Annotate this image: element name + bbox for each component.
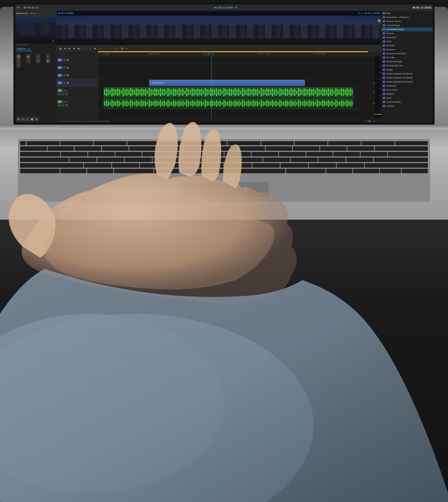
btn-lift[interactable]: ↑ xyxy=(109,46,113,50)
key-1[interactable] xyxy=(48,146,74,151)
key-r[interactable] xyxy=(143,152,169,156)
key-slash[interactable] xyxy=(337,163,364,168)
key-backspace[interactable] xyxy=(375,146,428,151)
effect-item-22[interactable]: ♪Loudness Radar xyxy=(382,100,433,104)
key-rshift[interactable] xyxy=(365,163,428,168)
key-x[interactable] xyxy=(112,163,139,168)
vp-settings-icon[interactable]: ⚙ xyxy=(362,12,364,14)
effect-item-18[interactable]: ♪GuitarSuite xyxy=(382,84,433,88)
key-ctrl[interactable] xyxy=(60,169,86,173)
key-f7[interactable] xyxy=(228,141,260,145)
v2-eye[interactable]: 👁 xyxy=(63,74,66,77)
list-btn[interactable]: ≡ xyxy=(26,117,30,121)
key-f2[interactable] xyxy=(60,141,93,145)
tab-media-browser[interactable]: Media Browser xyxy=(16,12,28,14)
key-up[interactable] xyxy=(380,169,401,171)
key-m[interactable] xyxy=(253,163,280,168)
key-u[interactable] xyxy=(224,152,251,156)
playhead-line[interactable] xyxy=(209,51,209,56)
key-ropt[interactable] xyxy=(326,169,352,173)
tool-slip[interactable]: ⇔ xyxy=(16,59,21,63)
effect-item-16[interactable]: ♪Graphic Equalizer (20 Bands) xyxy=(382,76,433,80)
tool-rate[interactable]: ⏱ xyxy=(36,54,40,58)
effect-item-3[interactable]: ♪Chorus/Flanger xyxy=(382,23,433,27)
btn-overwrite[interactable]: ↓ xyxy=(104,46,108,50)
key-2[interactable] xyxy=(75,146,101,151)
key-d[interactable] xyxy=(125,158,152,162)
key-equals[interactable] xyxy=(347,146,374,151)
effect-item-20[interactable]: ♪Highpass xyxy=(382,92,433,96)
btn-more[interactable]: >> xyxy=(125,46,128,50)
key-f6[interactable] xyxy=(194,141,227,145)
key-k[interactable] xyxy=(263,158,290,162)
a1-mic[interactable]: 🎤 xyxy=(65,93,68,96)
zoom-out-icon[interactable]: - xyxy=(364,120,364,122)
audio-clip-a1[interactable] xyxy=(104,87,353,97)
key-minus[interactable] xyxy=(320,146,347,151)
vp-fit-dropdown[interactable]: Fit xyxy=(359,12,361,14)
btn-step-back[interactable]: ◀ xyxy=(63,46,67,50)
btn-play-stop[interactable]: ▶ xyxy=(67,46,71,50)
effect-item-21[interactable]: ♪Invert xyxy=(382,96,433,100)
key-f11[interactable] xyxy=(362,141,395,145)
key-9[interactable] xyxy=(266,146,292,151)
trash-btn[interactable]: 🗑 xyxy=(34,117,39,121)
key-lbracket[interactable] xyxy=(333,152,360,156)
timecode-position[interactable]: 00:00:04:01 xyxy=(24,6,39,9)
effect-item-11[interactable]: ♪FFT Filter xyxy=(382,56,433,60)
key-down[interactable] xyxy=(380,171,401,173)
audio-clip-a2[interactable] xyxy=(104,99,353,108)
v4-eye[interactable]: 👁 xyxy=(63,58,66,62)
key-lshift[interactable] xyxy=(20,163,83,168)
a2-mic[interactable]: 🎤 xyxy=(65,104,68,107)
grid-btn[interactable]: ⊞ xyxy=(21,117,25,121)
key-j[interactable] xyxy=(235,158,263,162)
key-space[interactable] xyxy=(154,169,285,173)
effect-item-10[interactable]: ♪Dynamics Processing xyxy=(382,51,433,56)
key-backtick[interactable] xyxy=(20,146,47,151)
key-f5[interactable] xyxy=(160,141,193,145)
effect-item-9[interactable]: ♪Dynamics xyxy=(382,48,433,51)
key-tab[interactable] xyxy=(20,152,60,156)
key-period[interactable] xyxy=(309,163,336,168)
tool-razor[interactable]: ✂ xyxy=(46,54,50,58)
key-n[interactable] xyxy=(224,163,252,168)
tool-hand[interactable]: ✋ xyxy=(46,59,50,63)
key-rcmd[interactable] xyxy=(286,169,325,173)
panel-menu-icon[interactable]: >> xyxy=(39,12,41,14)
key-capslock[interactable] xyxy=(20,158,69,162)
key-0[interactable] xyxy=(293,146,320,151)
effect-item-1[interactable]: ♪Binauralizer - Ambisonics xyxy=(382,15,433,19)
btn-add-marker[interactable]: ◆ xyxy=(93,46,97,50)
timecode-playhead[interactable]: 00:00:17:02968 xyxy=(214,6,233,9)
btn-mark-in[interactable]: { xyxy=(83,46,87,50)
a2-mute[interactable]: M xyxy=(58,104,61,107)
key-f1[interactable] xyxy=(27,141,60,145)
tool-ripple[interactable]: ▶| xyxy=(26,54,31,58)
effect-item-19[interactable]: ♪Hard Limiter xyxy=(382,88,433,92)
v1-lock[interactable]: 🔒 xyxy=(66,81,69,84)
key-rbracket[interactable] xyxy=(361,152,387,156)
effect-item-13[interactable]: ♪Fill Right with Left xyxy=(382,64,433,68)
key-g[interactable] xyxy=(180,158,207,162)
key-comma[interactable] xyxy=(280,163,308,168)
timecode-total[interactable]: 00:01:17:25518 xyxy=(413,6,432,9)
btn-extract[interactable]: ↗ xyxy=(113,46,117,50)
zoom-handle[interactable] xyxy=(369,120,370,122)
clip-btn[interactable]: 📋 xyxy=(30,117,34,121)
effect-item-8[interactable]: ♪Distortion xyxy=(382,44,433,48)
key-7[interactable] xyxy=(211,146,238,151)
effect-item-15[interactable]: ♪Graphic Equalizer (10 Bands) xyxy=(382,72,433,76)
btn-export-frame[interactable]: 📷 xyxy=(120,46,124,50)
effect-item-14[interactable]: ♪Flanger xyxy=(382,68,433,72)
key-e[interactable] xyxy=(115,152,142,156)
key-lcmd[interactable] xyxy=(114,169,153,173)
key-backslash[interactable] xyxy=(388,152,428,156)
key-f8[interactable] xyxy=(261,141,294,145)
a2-solo[interactable]: S xyxy=(61,104,64,107)
key-fn[interactable] xyxy=(20,169,60,173)
key-s[interactable] xyxy=(97,158,124,162)
key-left[interactable] xyxy=(353,169,379,173)
btn-go-start[interactable]: |◀ xyxy=(58,46,62,50)
btn-insert[interactable]: ↙ xyxy=(99,46,103,50)
